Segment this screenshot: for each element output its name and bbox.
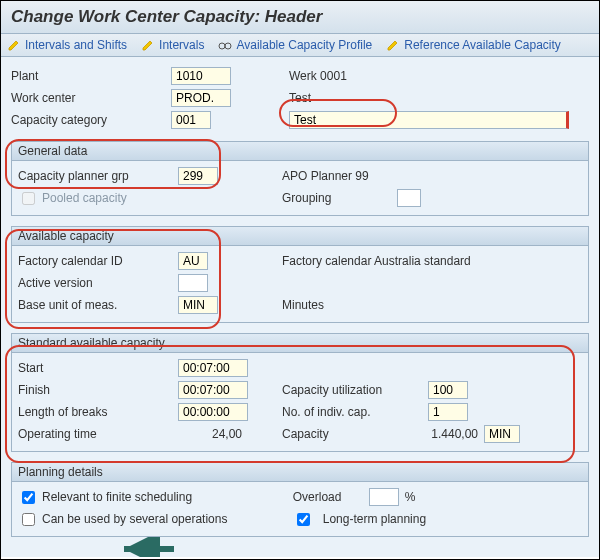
- factory-calendar-field[interactable]: [178, 252, 208, 270]
- section-available-header: Available capacity: [12, 227, 588, 246]
- glasses-icon: [218, 38, 232, 52]
- finite-scheduling-checkbox[interactable]: [22, 491, 35, 504]
- section-general-header: General data: [12, 142, 588, 161]
- reference-available-capacity-label: Reference Available Capacity: [404, 38, 561, 52]
- annotation-arrow-planning-icon: [119, 537, 179, 557]
- factory-calendar-desc: Factory calendar Australia standard: [282, 254, 471, 268]
- section-planning-header: Planning details: [12, 463, 588, 482]
- finish-label: Finish: [18, 383, 178, 397]
- breaks-label: Length of breaks: [18, 405, 178, 419]
- long-term-planning-checkbox[interactable]: [297, 513, 310, 526]
- pooled-capacity-label: Pooled capacity: [42, 191, 182, 205]
- available-capacity-profile-label: Available Capacity Profile: [236, 38, 372, 52]
- capacity-value: 1.440,00: [408, 427, 478, 441]
- active-version-field[interactable]: [178, 274, 208, 292]
- indiv-cap-field[interactable]: [428, 403, 468, 421]
- overload-field[interactable]: [369, 488, 399, 506]
- intervals-label: Intervals: [159, 38, 204, 52]
- workcenter-field[interactable]: [171, 89, 231, 107]
- planner-grp-label: Capacity planner grp: [18, 169, 178, 183]
- overload-label: Overload: [293, 490, 363, 504]
- intervals-and-shifts-label: Intervals and Shifts: [25, 38, 127, 52]
- window-title: Change Work Center Capacity: Header: [1, 1, 599, 34]
- several-operations-label: Can be used by several operations: [42, 512, 293, 526]
- capacity-util-label: Capacity utilization: [282, 383, 422, 397]
- workcenter-label: Work center: [11, 91, 171, 105]
- start-field[interactable]: [178, 359, 248, 377]
- planner-grp-desc: APO Planner 99: [282, 169, 369, 183]
- start-label: Start: [18, 361, 178, 375]
- section-planning: Planning details Relevant to finite sche…: [11, 462, 589, 537]
- section-available: Available capacity Factory calendar ID F…: [11, 226, 589, 323]
- finish-field[interactable]: [178, 381, 248, 399]
- base-uom-field[interactable]: [178, 296, 218, 314]
- planner-grp-field[interactable]: [178, 167, 218, 185]
- factory-calendar-label: Factory calendar ID: [18, 254, 178, 268]
- section-standard-header: Standard available capacity: [12, 334, 588, 353]
- indiv-cap-label: No. of indiv. cap.: [282, 405, 422, 419]
- capacity-unit-field[interactable]: [484, 425, 520, 443]
- base-uom-desc: Minutes: [282, 298, 324, 312]
- svg-point-0: [219, 43, 225, 49]
- overload-unit: %: [405, 490, 416, 504]
- base-uom-label: Base unit of meas.: [18, 298, 178, 312]
- capacity-category-desc-field[interactable]: [289, 111, 569, 129]
- plant-field[interactable]: [171, 67, 231, 85]
- toolbar: Intervals and Shifts Intervals Available…: [1, 34, 599, 57]
- long-term-planning-label: Long-term planning: [323, 512, 426, 526]
- operating-time-label: Operating time: [18, 427, 178, 441]
- reference-available-capacity-button[interactable]: Reference Available Capacity: [386, 38, 561, 52]
- several-operations-checkbox[interactable]: [22, 513, 35, 526]
- active-version-label: Active version: [18, 276, 178, 290]
- svg-point-1: [225, 43, 231, 49]
- finite-scheduling-label: Relevant to finite scheduling: [42, 490, 293, 504]
- operating-time-value: 24,00: [178, 427, 248, 441]
- pencil-icon: [141, 38, 155, 52]
- capacity-category-field[interactable]: [171, 111, 211, 129]
- section-general: General data Capacity planner grp APO Pl…: [11, 141, 589, 216]
- section-standard: Standard available capacity Start Finish…: [11, 333, 589, 452]
- capacity-label: Capacity: [282, 427, 402, 441]
- page-body: Plant Werk 0001 Work center Test Capacit…: [1, 57, 599, 557]
- workcenter-desc: Test: [289, 91, 311, 105]
- capacity-category-label: Capacity category: [11, 113, 171, 127]
- capacity-util-field[interactable]: [428, 381, 468, 399]
- breaks-field[interactable]: [178, 403, 248, 421]
- plant-label: Plant: [11, 69, 171, 83]
- intervals-and-shifts-button[interactable]: Intervals and Shifts: [7, 38, 127, 52]
- available-capacity-profile-button[interactable]: Available Capacity Profile: [218, 38, 372, 52]
- grouping-field[interactable]: [397, 189, 421, 207]
- pencil-icon: [7, 38, 21, 52]
- intervals-button[interactable]: Intervals: [141, 38, 204, 52]
- grouping-label: Grouping: [282, 191, 331, 205]
- pooled-capacity-checkbox: [22, 192, 35, 205]
- plant-desc: Werk 0001: [289, 69, 347, 83]
- pencil-icon: [386, 38, 400, 52]
